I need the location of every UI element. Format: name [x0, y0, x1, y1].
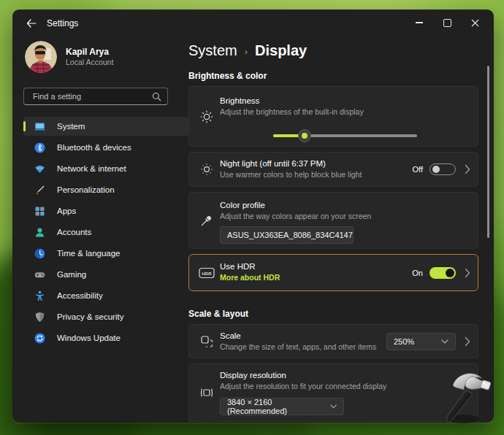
section-heading-brightness-color: Brightness & color	[188, 71, 267, 81]
more-about-hdr-link[interactable]: More about HDR	[220, 273, 280, 282]
night-light-toggle-label: Off	[413, 165, 423, 174]
minimize-icon	[416, 22, 423, 23]
use-hdr-card[interactable]: HDR Use HDR More about HDR On	[188, 254, 478, 291]
sidebar-item-time-language[interactable]: Time & language	[23, 244, 188, 263]
night-light-subtitle: Use warmer colors to help block blue lig…	[220, 170, 362, 179]
sidebar-item-label: Personalization	[57, 185, 115, 194]
sidebar-nav: System Bluetooth & devices Network & int…	[23, 117, 188, 350]
use-hdr-controls: On	[412, 267, 470, 279]
sidebar-item-network-internet[interactable]: Network & internet	[23, 159, 188, 178]
accessibility-icon	[34, 290, 46, 302]
night-light-toggle[interactable]	[429, 163, 456, 175]
night-light-card[interactable]: Night light (off until 6:37 PM) Use warm…	[188, 152, 478, 187]
sidebar-item-label: Network & internet	[57, 164, 126, 173]
sidebar-item-gaming[interactable]: Gaming	[23, 265, 188, 284]
display-resolution-dropdown-value: 3840 × 2160 (Recommended)	[227, 398, 324, 415]
sidebar-item-label: Privacy & security	[57, 312, 123, 321]
breadcrumb-parent[interactable]: System	[188, 42, 237, 59]
color-profile-icon	[199, 212, 215, 228]
sidebar-item-apps[interactable]: Apps	[23, 201, 188, 220]
system-icon	[34, 120, 46, 133]
color-profile-card: Color profile Adjust the way colors appe…	[188, 192, 478, 249]
sidebar-item-privacy-security[interactable]: Privacy & security	[23, 307, 188, 326]
scale-subtitle: Change the size of text, apps, and other…	[220, 342, 376, 351]
user-profile[interactable]: Kapil Arya Local Account	[25, 40, 186, 74]
profile-name: Kapil Arya	[66, 47, 113, 58]
color-profile-dropdown-value: ASUS_UX363EA_8086_834C4147	[227, 231, 353, 239]
window-controls	[405, 12, 489, 34]
sidebar-item-bluetooth-devices[interactable]: Bluetooth & devices	[23, 138, 188, 157]
scale-controls: 250%	[386, 333, 470, 350]
windows-update-icon	[34, 332, 46, 344]
svg-text:HDR: HDR	[202, 271, 213, 275]
search-input[interactable]	[31, 91, 152, 101]
gaming-icon	[34, 269, 46, 281]
display-resolution-card: Display resolution Adjust the resolution…	[188, 363, 478, 422]
brightness-subtitle: Adjust the brightness of the built-in di…	[220, 107, 364, 116]
use-hdr-toggle[interactable]	[429, 267, 456, 279]
sidebar-item-label: Windows Update	[57, 334, 121, 342]
chevron-right-icon[interactable]	[462, 336, 470, 347]
bluetooth-icon	[34, 142, 46, 154]
chevron-right-icon[interactable]	[462, 164, 470, 174]
settings-window: Settings	[13, 10, 493, 422]
night-light-controls: Off	[413, 163, 470, 175]
display-resolution-title: Display resolution	[220, 371, 286, 380]
chevron-down-icon	[441, 339, 448, 344]
search-box[interactable]	[23, 88, 168, 105]
color-profile-dropdown[interactable]: ASUS_UX363EA_8086_834C4147	[220, 226, 354, 244]
page-title: Display	[255, 42, 307, 59]
scale-card[interactable]: Scale Change the size of text, apps, and…	[188, 324, 478, 358]
use-hdr-title: Use HDR	[220, 262, 256, 271]
brightness-slider-thumb[interactable]	[298, 129, 311, 142]
scale-title: Scale	[220, 331, 241, 340]
night-light-title: Night light (off until 6:37 PM)	[220, 159, 326, 168]
minimize-button[interactable]	[405, 12, 433, 34]
sidebar-item-personalization[interactable]: Personalization	[23, 180, 188, 199]
sidebar-item-windows-update[interactable]: Windows Update	[23, 328, 188, 347]
privacy-icon	[34, 311, 46, 323]
network-icon	[34, 163, 46, 175]
brightness-title: Brightness	[220, 96, 259, 105]
toggle-knob	[432, 166, 440, 173]
sidebar-item-system[interactable]: System	[23, 117, 188, 136]
sidebar-item-label: Gaming	[57, 270, 86, 279]
sidebar-item-label: Apps	[57, 207, 76, 215]
scale-dropdown-value: 250%	[394, 337, 414, 346]
time-language-icon	[34, 247, 46, 260]
hdr-icon: HDR	[199, 265, 215, 281]
profile-account-type: Local Account	[66, 58, 113, 67]
sidebar-item-accessibility[interactable]: Accessibility	[23, 286, 188, 305]
close-button[interactable]	[461, 12, 489, 34]
brightness-slider[interactable]	[273, 129, 417, 142]
titlebar: Settings	[13, 10, 493, 36]
display-resolution-icon	[199, 385, 215, 401]
back-arrow-icon	[26, 18, 37, 28]
maximize-icon	[443, 19, 451, 27]
sidebar-item-label: Accounts	[57, 228, 91, 236]
brightness-icon	[199, 109, 215, 125]
maximize-button[interactable]	[433, 12, 461, 34]
scrollbar[interactable]	[487, 66, 489, 238]
close-icon	[471, 19, 479, 27]
avatar	[25, 41, 57, 73]
use-hdr-toggle-label: On	[412, 269, 423, 277]
sidebar-item-accounts[interactable]: Accounts	[23, 223, 188, 242]
scale-dropdown[interactable]: 250%	[386, 333, 456, 350]
scale-icon	[199, 334, 215, 350]
section-heading-scale-layout: Scale & layout	[188, 309, 248, 319]
brightness-card: Brightness Adjust the brightness of the …	[188, 86, 478, 147]
sidebar-item-label: Time & language	[57, 249, 121, 258]
chevron-right-icon[interactable]	[462, 268, 470, 278]
desktop-wallpaper: Settings	[0, 0, 504, 435]
search-icon	[152, 92, 161, 101]
breadcrumb: System › Display	[188, 42, 307, 59]
breadcrumb-separator-icon: ›	[245, 45, 248, 57]
color-profile-title: Color profile	[220, 201, 265, 209]
sidebar-item-label: Accessibility	[57, 291, 103, 300]
display-resolution-subtitle: Adjust the resolution to fit your connec…	[220, 382, 386, 390]
back-button[interactable]	[22, 14, 41, 33]
color-profile-subtitle: Adjust the way colors appear on your scr…	[220, 212, 371, 220]
display-resolution-dropdown[interactable]: 3840 × 2160 (Recommended)	[220, 398, 344, 415]
chevron-down-icon	[330, 404, 337, 409]
